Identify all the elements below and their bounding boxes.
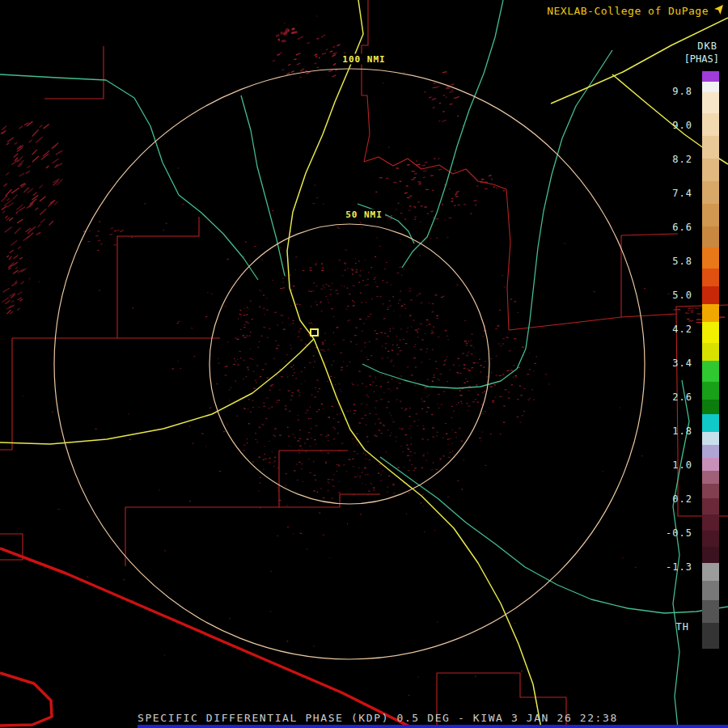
radar-echo: [289, 411, 291, 412]
radar-echo: [315, 265, 316, 265]
radar-echo: [294, 470, 295, 471]
radar-echo: [369, 341, 370, 342]
radar-echo: [390, 331, 391, 332]
radar-echo: [423, 425, 424, 426]
radar-echo: [360, 222, 362, 223]
radar-echo: [368, 459, 370, 460]
radar-echo: [314, 184, 315, 185]
radar-echo: [256, 382, 257, 383]
radar-echo: [234, 358, 235, 359]
range-ring-layer: [54, 69, 645, 659]
radar-echo: [411, 464, 412, 465]
radar-echo: [308, 418, 310, 419]
radar-echo: [264, 314, 265, 315]
radar-echo: [5, 189, 12, 197]
radar-echo: [410, 299, 413, 300]
radar-echo: [496, 188, 497, 189]
radar-echo: [391, 415, 392, 416]
radar-echo: [124, 579, 125, 580]
radar-echo: [455, 193, 458, 194]
radar-echo: [455, 194, 456, 196]
radar-echo: [329, 294, 331, 294]
radar-echo: [366, 319, 366, 320]
radar-echo: [276, 402, 277, 403]
radar-echo: [388, 147, 389, 148]
radar-echo: [273, 462, 273, 463]
radar-echo: [352, 383, 353, 383]
radar-echo: [502, 338, 504, 339]
radar-echo: [459, 373, 461, 374]
radar-echo: [450, 452, 451, 453]
radar-echo: [319, 388, 320, 389]
radar-echo: [411, 327, 412, 328]
radar-echo: [350, 341, 352, 342]
radar-echo: [391, 379, 393, 379]
radar-echo: [451, 417, 452, 418]
radar-echo: [438, 169, 442, 171]
county-boundary-layer: [0, 0, 728, 728]
radar-echo: [467, 353, 468, 354]
radar-echo: [374, 277, 376, 278]
radar-echo: [451, 406, 453, 407]
radar-echo: [523, 388, 525, 389]
radar-echo: [237, 363, 238, 364]
radar-echo: [117, 229, 120, 231]
radar-echo: [455, 432, 457, 433]
radar-echo: [245, 321, 248, 322]
radar-echo: [454, 170, 456, 171]
radar-echo: [349, 459, 351, 460]
radar-echo: [390, 218, 392, 219]
radar-echo: [431, 332, 434, 333]
radar-echo: [510, 298, 512, 299]
radar-echo: [353, 302, 354, 303]
colorbar-segment: [702, 471, 719, 484]
radar-echo: [398, 303, 400, 304]
radar-echo: [396, 273, 399, 274]
radar-echo: [480, 365, 482, 366]
radar-echo: [52, 159, 59, 164]
radar-echo: [58, 509, 60, 510]
radar-echo: [316, 411, 318, 412]
radar-echo: [228, 342, 229, 343]
radar-echo: [333, 344, 334, 345]
radar-echo: [340, 353, 341, 353]
county-boundary-line: [0, 338, 12, 450]
colorbar-segment: [702, 498, 719, 514]
radar-echo: [314, 62, 316, 64]
radar-echo: [519, 386, 521, 387]
radar-echo: [290, 345, 291, 345]
radar-echo: [354, 476, 356, 477]
radar-echo: [383, 424, 383, 425]
radar-echo: [298, 462, 300, 463]
radar-echo: [265, 418, 268, 420]
radar-echo: [144, 203, 146, 204]
radar-echo: [97, 250, 99, 251]
radar-echo: [19, 257, 23, 260]
radar-echo: [334, 428, 336, 429]
radar-echo: [281, 322, 282, 323]
radar-echo: [425, 189, 429, 190]
radar-echo: [417, 331, 417, 332]
radar-echo: [460, 401, 462, 402]
radar-echo: [323, 497, 324, 498]
radar-echo: [273, 358, 275, 359]
range-ring: [54, 69, 645, 659]
radar-echo: [296, 463, 298, 464]
radar-echo: [362, 280, 364, 281]
radar-echo: [320, 434, 323, 435]
radar-echo: [366, 285, 366, 286]
colorbar-tick: -0.5: [666, 527, 692, 539]
colorbar-segment: [702, 226, 719, 248]
colorbar-segment: [702, 286, 719, 304]
radar-echo: [439, 458, 441, 459]
range-ring-label: 50 NMI: [343, 210, 385, 220]
radar-echo: [476, 185, 479, 187]
radar-echo: [315, 443, 316, 444]
radar-echo: [427, 407, 429, 408]
highway-line: [0, 339, 314, 444]
radar-echo: [384, 269, 386, 269]
radar-echo: [413, 320, 414, 320]
radar-echo: [421, 303, 421, 303]
radar-echo: [405, 308, 407, 309]
radar-echo: [413, 470, 415, 471]
